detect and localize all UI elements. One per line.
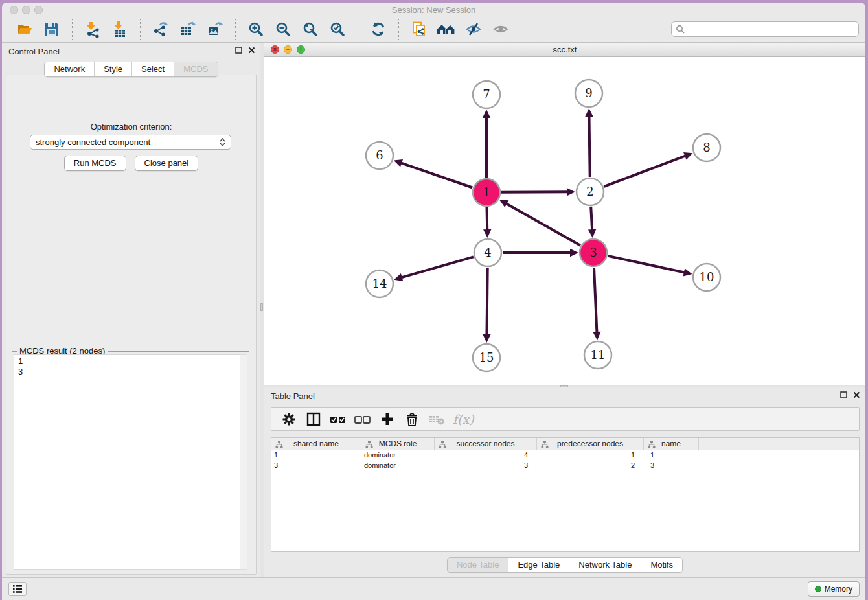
table-tab-network-table[interactable]: Network Table	[569, 558, 641, 572]
edge-3-10[interactable]	[608, 256, 685, 273]
column-header-successor-nodes[interactable]: successor nodes	[435, 438, 537, 450]
mcds-panel: Optimization criterion: strongly connect…	[6, 75, 257, 575]
show-columns-icon[interactable]	[304, 410, 323, 429]
edge-1-6[interactable]	[400, 163, 472, 187]
node-label-4: 4	[484, 246, 491, 259]
tab-style[interactable]: Style	[94, 62, 131, 76]
export-network-icon[interactable]	[151, 19, 170, 39]
run-mcds-button[interactable]: Run MCDS	[64, 156, 126, 171]
edge-arrowhead	[483, 110, 490, 118]
edge-arrowhead	[567, 188, 575, 196]
network-canvas[interactable]: 1234678910111415	[264, 57, 865, 385]
zoom-in-icon[interactable]	[246, 19, 266, 39]
close-panel-icon[interactable]	[853, 391, 860, 398]
cell-shared-name: 1	[271, 450, 361, 461]
add-row-icon[interactable]	[378, 410, 397, 429]
table-settings-gear-icon[interactable]	[279, 410, 299, 429]
edge-4-14[interactable]	[401, 257, 474, 277]
edge-2-8[interactable]	[604, 156, 687, 187]
control-panel-header: Control Panel	[2, 43, 260, 60]
node-table[interactable]: shared nameMCDS rolesuccessor nodesprede…	[271, 437, 860, 552]
result-item[interactable]: 3	[18, 367, 236, 377]
toolbar-separator	[398, 19, 399, 40]
float-panel-icon[interactable]	[840, 391, 847, 398]
node-label-11: 11	[591, 348, 606, 362]
tab-mcds[interactable]: MCDS	[174, 62, 217, 76]
edge-2-9[interactable]	[589, 115, 589, 177]
control-panel-tabs: NetworkStyleSelectMCDS	[2, 62, 260, 77]
tab-network[interactable]: Network	[45, 62, 94, 76]
mcds-result-list[interactable]: 13	[14, 354, 240, 570]
zoom-out-icon[interactable]	[273, 19, 293, 39]
edge-arrowhead	[483, 334, 490, 343]
column-header-name[interactable]: name	[644, 438, 699, 450]
float-panel-icon[interactable]	[235, 47, 242, 54]
export-table-icon[interactable]	[178, 19, 198, 39]
task-history-button[interactable]	[8, 582, 27, 596]
select-all-icon[interactable]	[328, 410, 348, 429]
selected-option: strongly connected component	[36, 137, 150, 147]
zoom-fit-icon[interactable]	[301, 19, 320, 39]
node-label-6: 6	[376, 148, 383, 162]
edge-2-3[interactable]	[591, 207, 592, 231]
search-input[interactable]	[685, 25, 854, 34]
import-table-icon[interactable]	[110, 19, 130, 39]
column-type-icon	[541, 441, 549, 448]
export-image-icon[interactable]	[205, 19, 225, 39]
dropdown-stepper-icon	[220, 138, 225, 146]
splitter-grip[interactable]	[260, 303, 263, 311]
zoom-selected-icon[interactable]	[328, 19, 347, 39]
network-graph[interactable]: 1234678910111415	[264, 57, 865, 385]
control-panel: Control Panel NetworkStyleSelectMCDS Opt…	[2, 43, 260, 577]
column-header-MCDS-role[interactable]: MCDS role	[361, 438, 435, 450]
list-icon	[12, 584, 23, 594]
edge-3-11[interactable]	[594, 268, 597, 333]
search-field[interactable]	[671, 21, 859, 37]
tab-select[interactable]: Select	[131, 62, 174, 76]
cell-name: 3	[644, 461, 699, 471]
edge-arrowhead	[683, 268, 692, 276]
toolbar-separator	[358, 19, 358, 40]
deselect-all-icon[interactable]	[353, 410, 372, 429]
edge-arrowhead	[483, 229, 491, 238]
desktop: Session: New Session	[0, 0, 868, 600]
apply-layout-icon[interactable]	[369, 19, 388, 39]
close-panel-button[interactable]: Close panel	[135, 156, 199, 171]
optimization-criterion-select[interactable]: strongly connected component	[30, 135, 231, 150]
clone-network-icon[interactable]	[409, 19, 429, 39]
cell-successor-nodes: 4	[435, 450, 537, 461]
table-tab-node-table[interactable]: Node Table	[448, 558, 508, 572]
edge-3-1[interactable]	[506, 203, 580, 246]
table-header-row: shared nameMCDS rolesuccessor nodesprede…	[271, 438, 859, 450]
table-row[interactable]: 1dominator411	[271, 450, 859, 461]
app-window: Session: New Session	[2, 3, 865, 600]
column-type-icon	[275, 441, 283, 448]
open-folder-icon[interactable]	[15, 19, 34, 39]
delete-rows-trash-icon[interactable]	[402, 410, 422, 429]
result-scrollbar[interactable]	[240, 354, 247, 570]
memory-label: Memory	[825, 584, 852, 594]
edge-4-15[interactable]	[486, 268, 487, 336]
toolbar-separator	[235, 19, 236, 40]
network-titlebar[interactable]: × − + scc.txt	[264, 43, 865, 57]
column-header-predecessor-nodes[interactable]: predecessor nodes	[537, 438, 644, 450]
show-panel-eye-icon[interactable]	[491, 19, 510, 39]
close-panel-icon[interactable]	[248, 47, 255, 54]
edge-1-2[interactable]	[501, 192, 568, 192]
save-session-icon[interactable]	[42, 19, 62, 39]
node-label-8: 8	[703, 141, 710, 154]
edge-1-4[interactable]	[486, 207, 487, 231]
table-tab-motifs[interactable]: Motifs	[641, 558, 682, 572]
result-item[interactable]: 1	[18, 356, 236, 367]
memory-button[interactable]: Memory	[808, 581, 860, 597]
column-header-shared-name[interactable]: shared name	[271, 438, 361, 450]
function-builder-icon-disabled: f(x)	[453, 412, 474, 426]
hide-panel-eye-icon[interactable]	[464, 19, 483, 39]
column-type-icon	[365, 441, 373, 448]
first-neighbors-icon[interactable]	[437, 19, 456, 39]
column-type-icon	[648, 441, 656, 448]
table-row[interactable]: 3dominator323	[271, 461, 859, 471]
import-network-icon[interactable]	[83, 19, 102, 39]
node-label-1: 1	[483, 185, 490, 199]
table-tab-edge-table[interactable]: Edge Table	[508, 558, 569, 572]
